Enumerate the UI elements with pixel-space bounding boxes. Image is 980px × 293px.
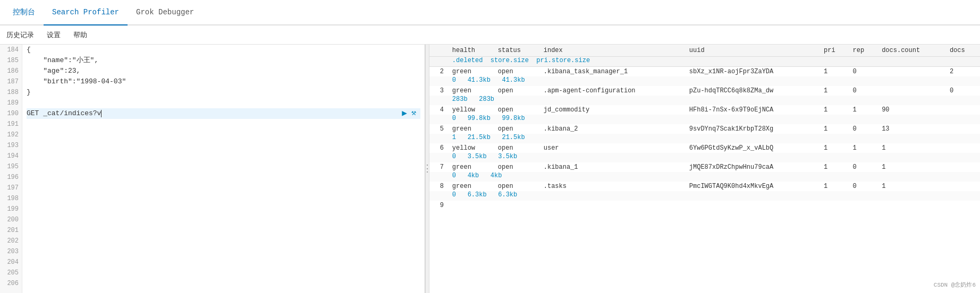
sub-store-7: 4kb <box>468 172 479 179</box>
status-7: open <box>494 162 539 172</box>
health-3: green <box>448 86 494 96</box>
resize-handle[interactable]: ⋮ <box>425 45 429 293</box>
sub-deleted-5: 1 <box>452 134 456 141</box>
table-row: 6 yellow open user 6Yw6PGtdSyKzwP_x_vALb… <box>429 143 980 153</box>
pri-8: 1 <box>820 182 849 191</box>
code-line-193 <box>27 140 420 151</box>
row-num-6: 6 <box>429 143 448 153</box>
code-line-192 <box>27 130 420 140</box>
row-num-2: 2 <box>429 67 448 77</box>
table-subrow-4: 0 99.8kb 99.8kb <box>429 115 980 124</box>
sub-store-6: 3.5kb <box>468 153 487 160</box>
health-9 <box>448 201 494 210</box>
tab-search-profiler[interactable]: Search Profiler <box>44 0 128 25</box>
code-line-196 <box>27 172 420 183</box>
sub-store-3: 283b <box>479 96 494 103</box>
tab-console[interactable]: 控制台 <box>4 0 44 25</box>
results-panel: health status index uuid pri rep docs.co… <box>429 45 980 293</box>
uuid-3: pZu-hdqTRCC6q8k8ZMa_dw <box>685 86 820 96</box>
docs-count-4: 90 <box>877 105 945 115</box>
sub-store-4: 99.8kb <box>468 115 491 122</box>
docs-count-9 <box>877 201 945 210</box>
code-line-199 <box>27 204 420 214</box>
console-tab-label: 控制台 <box>13 7 35 17</box>
docs-7 <box>945 162 980 172</box>
status-3: open <box>494 86 539 96</box>
health-5: green <box>448 124 494 134</box>
col-health: health <box>448 45 494 57</box>
editor-content[interactable]: 184 185 186 187 188 189 190 191 192 193 … <box>0 45 425 293</box>
code-line-195 <box>27 161 420 172</box>
rep-3: 0 <box>849 86 878 96</box>
help-menu-item[interactable]: 帮助 <box>71 29 89 41</box>
sub-pri-store-2: 41.3kb <box>502 76 525 84</box>
table-row: 5 green open .kibana_2 9svDYnq7Scak1Krbp… <box>429 124 980 134</box>
code-line-206 <box>27 278 420 289</box>
health-6: yellow <box>448 143 494 153</box>
status-5: open <box>494 124 539 134</box>
settings-menu-item[interactable]: 设置 <box>45 29 63 41</box>
sub-deleted-7: 0 <box>452 172 456 179</box>
uuid-2: sbXz_x1NR-aojFpr3ZaYDA <box>685 67 820 77</box>
docs-9 <box>945 201 980 210</box>
rep-5: 0 <box>849 124 878 134</box>
sub-pri-store-7: 4kb <box>491 172 502 179</box>
results-table: health status index uuid pri rep docs.co… <box>429 45 980 210</box>
docs-4 <box>945 105 980 115</box>
line-numbers: 184 185 186 187 188 189 190 191 192 193 … <box>0 45 22 293</box>
code-lines: { "name":"小王", "age":23, "birth":"1998-0… <box>22 45 425 293</box>
uuid-4: HFh8i-7nSx-6x9T9oEjNCA <box>685 105 820 115</box>
code-line-185: "name":"小王", <box>27 55 420 66</box>
sub-pri-store-5: 21.5kb <box>502 134 525 141</box>
uuid-6: 6Yw6PGtdSyKzwP_x_vALbQ <box>685 143 820 153</box>
watermark: CSDN @念奶炸6 <box>934 281 976 289</box>
index-7: .kibana_1 <box>539 162 685 172</box>
settings-icon[interactable]: ⚒ <box>411 108 416 119</box>
subheader-store-size: store.size <box>491 57 529 64</box>
subheader-deleted: .deleted <box>452 57 483 64</box>
pri-9 <box>820 201 849 210</box>
sub-deleted-4: 0 <box>452 115 456 122</box>
row-num-3: 3 <box>429 86 448 96</box>
table-subrow-6: 0 3.5kb 3.5kb <box>429 153 980 162</box>
sub-store-5: 21.5kb <box>468 134 491 141</box>
index-9 <box>539 201 685 210</box>
code-line-194 <box>27 151 420 161</box>
code-line-186: "age":23, <box>27 66 420 76</box>
run-button[interactable]: ▶ <box>402 108 407 119</box>
rep-6: 1 <box>849 143 878 153</box>
code-line-184: { <box>27 45 420 55</box>
code-line-201 <box>27 225 420 236</box>
rep-8: 0 <box>849 182 878 191</box>
status-6: open <box>494 143 539 153</box>
code-line-187: "birth":"1998-04-03" <box>27 76 420 87</box>
docs-3: 0 <box>945 86 980 96</box>
pri-4: 1 <box>820 105 849 115</box>
sub-deleted-2: 0 <box>452 76 456 84</box>
index-4: jd_commodity <box>539 105 685 115</box>
table-subrow-7: 0 4kb 4kb <box>429 172 980 182</box>
status-9 <box>494 201 539 210</box>
uuid-7: jMQE87xDRzChpwHnu79caA <box>685 162 820 172</box>
table-subrow-8: 0 6.3kb 6.3kb <box>429 191 980 201</box>
secondary-navigation: 历史记录 设置 帮助 <box>0 25 980 45</box>
main-content: 184 185 186 187 188 189 190 191 192 193 … <box>0 45 980 293</box>
history-menu-item[interactable]: 历史记录 <box>4 29 36 41</box>
col-status: status <box>494 45 539 57</box>
col-uuid: uuid <box>685 45 820 57</box>
tab-grok-debugger[interactable]: Grok Debugger <box>128 0 202 25</box>
table-row: 9 <box>429 201 980 210</box>
status-4: open <box>494 105 539 115</box>
pri-6: 1 <box>820 143 849 153</box>
code-line-189 <box>27 98 420 108</box>
sub-pri-store-8: 6.3kb <box>498 191 517 199</box>
rep-4: 1 <box>849 105 878 115</box>
index-6: user <box>539 143 685 153</box>
docs-2: 2 <box>945 67 980 77</box>
col-pri: pri <box>820 45 849 57</box>
index-8: .tasks <box>539 182 685 191</box>
search-profiler-tab-label: Search Profiler <box>52 8 119 16</box>
status-2: open <box>494 67 539 77</box>
row-num-4: 4 <box>429 105 448 115</box>
table-row: 3 green open .apm-agent-configuration pZ… <box>429 86 980 96</box>
